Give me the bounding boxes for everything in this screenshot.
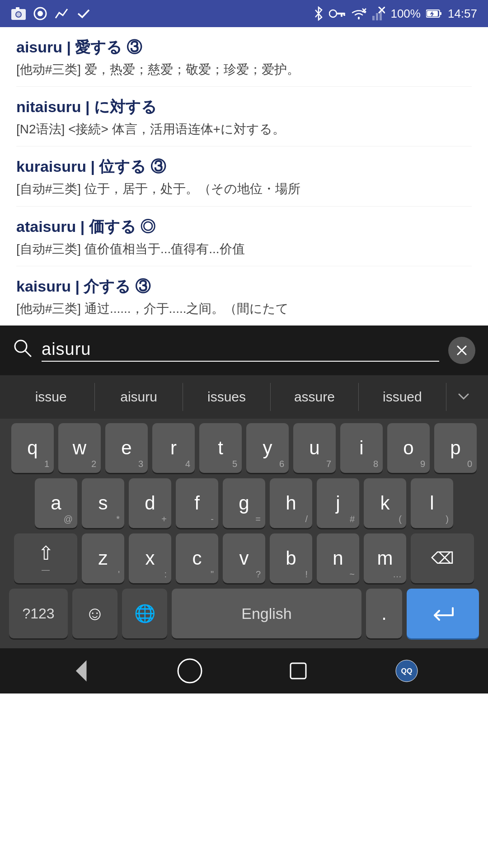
num-key[interactable]: ?123	[9, 589, 68, 638]
key-letter: t	[218, 439, 223, 458]
key-letter: v	[239, 549, 249, 568]
key-b[interactable]: b !	[270, 533, 312, 583]
recent-button[interactable]	[280, 653, 316, 689]
dict-entry-def: [自动#三类] 位于，居于，处于。（その地位・場所	[16, 180, 472, 198]
key-s[interactable]: s *	[82, 478, 124, 528]
svg-rect-8	[341, 14, 343, 17]
key-sub: 3	[138, 459, 143, 469]
svg-point-28	[178, 659, 202, 683]
svg-marker-27	[77, 662, 86, 680]
key-sub: @	[64, 514, 73, 524]
globe-icon: 🌐	[134, 604, 155, 623]
dict-entry-def: [N2语法] <接続> 体言，活用语连体+に対する。	[16, 120, 472, 138]
key-p[interactable]: p 0	[434, 423, 477, 473]
key-f[interactable]: f -	[176, 478, 218, 528]
key-sub: "	[211, 569, 214, 580]
dict-entry-def: [他动#三类] 爱，热爱；慈爱；敬爱；珍爱；爱护。	[16, 61, 472, 78]
key-g[interactable]: g =	[223, 478, 265, 528]
space-key[interactable]: English	[172, 589, 361, 638]
key-k[interactable]: k (	[364, 478, 406, 528]
globe-key[interactable]: 🌐	[122, 589, 167, 638]
key-h[interactable]: h /	[270, 478, 312, 528]
svg-point-6	[329, 10, 337, 17]
svg-point-2	[16, 12, 21, 17]
key-letter: x	[145, 549, 155, 568]
key-letter: h	[286, 494, 296, 513]
nav-bar: QQ	[0, 648, 488, 693]
dict-entry-def: [他动#三类] 通过......，介于.....之间。（間にたて	[16, 300, 472, 317]
emoji-icon: ☺	[85, 603, 105, 624]
autocomplete-bar[interactable]: issue aisuru issues assure issued	[0, 375, 488, 419]
shift-icon: ⇧	[38, 542, 54, 564]
key-u[interactable]: u 7	[293, 423, 336, 473]
period-key[interactable]: .	[366, 589, 402, 638]
dict-entry-aisuru[interactable]: aisuru | 愛する ③ [他动#三类] 爱，热爱；慈爱；敬爱；珍爱；爱护。	[16, 27, 472, 87]
key-w[interactable]: w 2	[58, 423, 101, 473]
key-x[interactable]: x :	[129, 533, 171, 583]
circle-icon	[33, 6, 48, 21]
key-m[interactable]: m …	[364, 533, 406, 583]
key-sub: (	[399, 514, 402, 524]
key-j[interactable]: j #	[317, 478, 359, 528]
key-sub: '	[118, 569, 120, 580]
key-c[interactable]: c "	[176, 533, 218, 583]
key-i[interactable]: i 8	[340, 423, 383, 473]
home-button[interactable]	[172, 653, 208, 689]
key-sub: …	[393, 569, 402, 580]
key-t[interactable]: t 5	[199, 423, 242, 473]
key-sub: ?	[256, 569, 261, 580]
dict-entry-kaisuru1[interactable]: kaisuru | 介する ③ [他动#三类] 通过......，介于.....…	[16, 266, 472, 326]
key-sub: 2	[91, 459, 96, 469]
autocomplete-word-2[interactable]: issues	[183, 383, 271, 411]
search-input[interactable]: aisuru	[42, 340, 439, 362]
autocomplete-word-4[interactable]: issued	[359, 383, 446, 411]
autocomplete-word-3[interactable]: assure	[271, 383, 358, 411]
svg-rect-12	[372, 16, 375, 20]
key-r[interactable]: r 4	[152, 423, 195, 473]
autocomplete-word-1[interactable]: aisuru	[95, 383, 183, 411]
autocomplete-word-0[interactable]: issue	[7, 383, 95, 411]
search-clear-button[interactable]	[448, 337, 475, 364]
key-q[interactable]: q 1	[11, 423, 54, 473]
key-l[interactable]: l )	[411, 478, 453, 528]
back-button[interactable]	[63, 653, 99, 689]
key-e[interactable]: e 3	[105, 423, 148, 473]
dict-entry-ataisuru[interactable]: ataisuru | 価する ◎ [自动#三类] 值价值相当于...值得有...…	[16, 207, 472, 266]
key-z[interactable]: z '	[82, 533, 124, 583]
search-bar[interactable]: aisuru	[0, 326, 488, 375]
dict-entry-nitaisuru[interactable]: nitaisuru | に対する [N2语法] <接続> 体言，活用语连体+に対…	[16, 87, 472, 146]
key-y[interactable]: y 6	[246, 423, 289, 473]
key-sub: :	[164, 569, 167, 580]
shift-key[interactable]: ⇧ —	[14, 533, 77, 583]
key-n[interactable]: n ~	[317, 533, 359, 583]
backspace-icon: ⌫	[431, 549, 454, 568]
key-sub: 6	[279, 459, 284, 469]
expand-autocomplete-button[interactable]	[446, 380, 481, 414]
dict-entry-title: kaisuru | 介する ③	[16, 276, 472, 297]
dict-entry-title: ataisuru | 価する ◎	[16, 217, 472, 237]
key-o[interactable]: o 9	[387, 423, 430, 473]
key-letter: c	[192, 549, 202, 568]
key-v[interactable]: v ?	[223, 533, 265, 583]
key-letter: z	[99, 549, 108, 568]
backspace-key[interactable]: ⌫	[411, 533, 474, 583]
svg-rect-3	[16, 7, 19, 9]
key-sub: 4	[185, 459, 190, 469]
dict-entry-kuraisuru[interactable]: kuraisuru | 位する ③ [自动#三类] 位于，居于，处于。（その地位…	[16, 146, 472, 206]
enter-key[interactable]	[407, 589, 479, 638]
key-letter: e	[121, 439, 131, 458]
battery-percent: 100%	[390, 7, 421, 21]
emoji-key[interactable]: ☺	[72, 589, 117, 638]
keyboard: q 1 w 2 e 3 r 4 t 5 y 6 u 7 i 8 o 9 p 0	[0, 419, 488, 648]
key-sub: 7	[326, 459, 331, 469]
key-sub: /	[305, 514, 308, 524]
key-d[interactable]: d +	[129, 478, 171, 528]
key-letter: s	[99, 494, 108, 513]
key-a[interactable]: a @	[35, 478, 77, 528]
svg-rect-7	[336, 13, 345, 14]
key-letter: l	[430, 494, 434, 513]
key-letter: y	[263, 439, 272, 458]
key-sub: =	[255, 514, 261, 524]
key-letter: g	[239, 494, 249, 513]
key-sub: -	[211, 514, 214, 524]
